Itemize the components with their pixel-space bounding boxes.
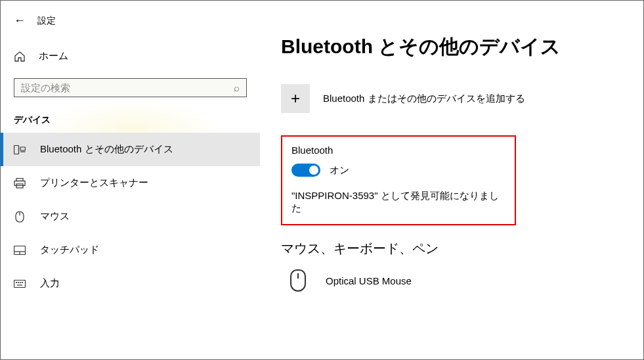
svg-point-15 [22, 282, 23, 282]
add-device-label: Bluetooth またはその他のデバイスを追加する [323, 93, 525, 105]
device-item[interactable]: Optical USB Mouse [281, 269, 630, 292]
nav-label: タッチパッド [40, 244, 99, 256]
keyboard-icon [14, 278, 26, 290]
page-title: Bluetooth とその他のデバイス [281, 34, 630, 60]
toggle-state-label: オン [330, 164, 349, 177]
nav-label: Bluetooth とその他のデバイス [40, 143, 173, 156]
discoverable-text: "INSPPIRON-3593" として発見可能になりました [291, 190, 505, 215]
nav-item-touchpad[interactable]: タッチパッド [1, 233, 260, 267]
nav-item-typing[interactable]: 入力 [1, 267, 260, 300]
sidebar: ← 設定 ホーム ⌕ デバイス Bluetoo [1, 1, 260, 359]
nav-label: プリンターとスキャナー [40, 177, 148, 189]
plus-icon: + [281, 84, 310, 113]
bluetooth-toggle[interactable] [291, 164, 320, 177]
section-title: デバイス [1, 106, 260, 133]
home-label: ホーム [39, 50, 68, 62]
devices-heading: マウス、キーボード、ペン [281, 240, 630, 258]
device-name: Optical USB Mouse [326, 275, 412, 286]
home-button[interactable]: ホーム [1, 38, 260, 72]
toggle-knob [309, 166, 318, 175]
nav-label: 入力 [40, 277, 60, 290]
bluetooth-label: Bluetooth [291, 145, 505, 156]
nav-item-bluetooth[interactable]: Bluetooth とその他のデバイス [1, 133, 260, 166]
svg-point-14 [20, 282, 21, 282]
bluetooth-toggle-row: オン [291, 164, 505, 177]
home-icon [14, 51, 26, 62]
main-content: Bluetooth とその他のデバイス + Bluetooth またはその他のデ… [260, 1, 643, 359]
touchpad-icon [14, 244, 26, 256]
svg-rect-0 [14, 145, 19, 154]
window-title: 設定 [37, 15, 56, 27]
svg-rect-11 [14, 280, 26, 287]
search-input[interactable] [21, 82, 234, 93]
printer-icon [14, 177, 26, 189]
search-icon: ⌕ [234, 82, 240, 93]
nav-item-mouse[interactable]: マウス [1, 200, 260, 233]
search-box[interactable]: ⌕ [14, 78, 247, 97]
svg-rect-3 [16, 178, 23, 181]
svg-rect-1 [20, 147, 26, 150]
add-device-button[interactable]: + Bluetooth またはその他のデバイスを追加する [281, 84, 630, 113]
mouse-device-icon [290, 269, 306, 292]
svg-point-12 [16, 282, 17, 282]
nav-item-printers[interactable]: プリンターとスキャナー [1, 166, 260, 200]
svg-point-13 [18, 282, 19, 282]
mouse-icon [14, 211, 26, 223]
bluetooth-devices-icon [14, 144, 26, 156]
back-arrow-icon[interactable]: ← [14, 14, 26, 28]
annotation-red-box: Bluetooth オン "INSPPIRON-3593" として発見可能になり… [281, 135, 516, 225]
window-header: ← 設定 [1, 11, 260, 38]
nav-label: マウス [40, 210, 70, 223]
